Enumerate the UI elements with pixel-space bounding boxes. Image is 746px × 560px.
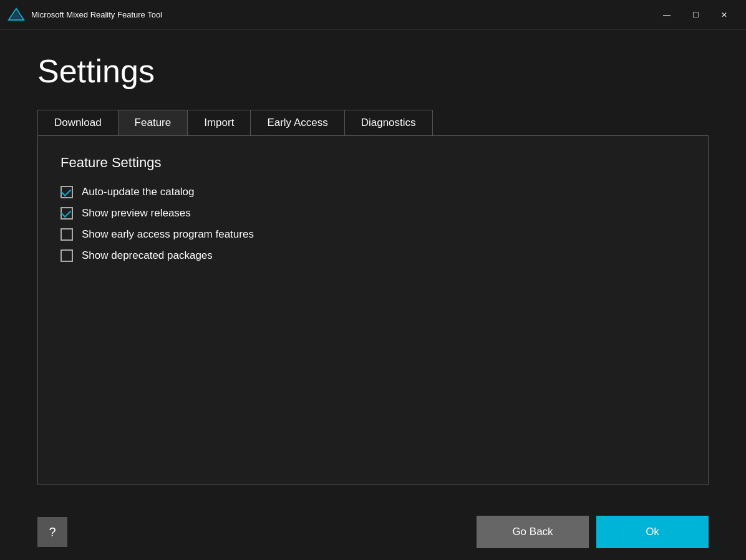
ok-button[interactable]: Ok [596, 516, 709, 548]
tab-feature[interactable]: Feature [119, 110, 188, 135]
auto-update-label: Auto-update the catalog [82, 186, 195, 198]
maximize-button[interactable]: ☐ [681, 5, 710, 25]
checkbox-auto-update: Auto-update the catalog [61, 186, 685, 198]
footer: ? Go Back Ok [0, 504, 746, 560]
main-content: Settings Download Feature Import Early A… [0, 30, 746, 504]
page-title: Settings [37, 55, 709, 87]
go-back-button[interactable]: Go Back [477, 516, 589, 548]
minimize-button[interactable]: — [652, 5, 681, 25]
footer-right: Go Back Ok [477, 516, 709, 548]
footer-left: ? [37, 517, 67, 547]
tab-early-access[interactable]: Early Access [251, 110, 344, 135]
close-button[interactable]: ✕ [710, 5, 739, 25]
app-title: Microsoft Mixed Reality Feature Tool [31, 10, 652, 19]
app-icon [7, 6, 25, 24]
tab-diagnostics[interactable]: Diagnostics [345, 110, 432, 135]
deprecated-checkbox[interactable] [61, 249, 73, 262]
deprecated-label: Show deprecated packages [82, 249, 213, 262]
tab-download[interactable]: Download [38, 110, 119, 135]
checkbox-deprecated: Show deprecated packages [61, 249, 685, 262]
show-preview-checkbox[interactable] [61, 207, 73, 220]
titlebar: Microsoft Mixed Reality Feature Tool — ☐… [0, 0, 746, 30]
help-button[interactable]: ? [37, 517, 67, 547]
show-preview-label: Show preview releases [82, 207, 191, 220]
panel-title: Feature Settings [61, 155, 685, 171]
tab-import[interactable]: Import [188, 110, 251, 135]
early-access-checkbox[interactable] [61, 228, 73, 241]
window-controls: — ☐ ✕ [652, 5, 739, 25]
auto-update-checkbox[interactable] [61, 186, 73, 198]
early-access-label: Show early access program features [82, 228, 254, 241]
feature-panel: Feature Settings Auto-update the catalog… [37, 135, 709, 485]
checkbox-early-access: Show early access program features [61, 228, 685, 241]
tab-bar: Download Feature Import Early Access Dia… [37, 110, 433, 135]
checkbox-show-preview: Show preview releases [61, 207, 685, 220]
